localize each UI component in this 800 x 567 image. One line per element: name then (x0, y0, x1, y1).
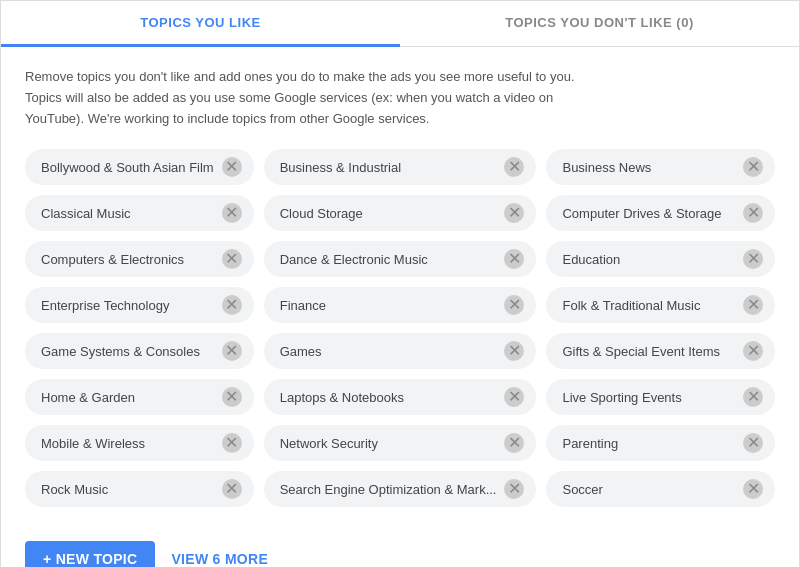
remove-topic-button[interactable]: ✕ (222, 203, 242, 223)
remove-topic-button[interactable]: ✕ (504, 479, 524, 499)
topic-label: Rock Music (41, 482, 214, 497)
topic-label: Business & Industrial (280, 160, 497, 175)
topic-chip: Business & Industrial✕ (264, 149, 537, 185)
remove-topic-button[interactable]: ✕ (222, 341, 242, 361)
topic-chip: Laptops & Notebooks✕ (264, 379, 537, 415)
new-topic-button[interactable]: + NEW TOPIC (25, 541, 155, 567)
topic-label: Classical Music (41, 206, 214, 221)
remove-topic-button[interactable]: ✕ (743, 249, 763, 269)
topic-label: Search Engine Optimization & Mark... (280, 482, 497, 497)
topic-label: Enterprise Technology (41, 298, 214, 313)
topic-label: Home & Garden (41, 390, 214, 405)
remove-topic-button[interactable]: ✕ (222, 157, 242, 177)
remove-topic-button[interactable]: ✕ (222, 479, 242, 499)
topic-label: Parenting (562, 436, 735, 451)
topic-chip: Gifts & Special Event Items✕ (546, 333, 775, 369)
topic-chip: Folk & Traditional Music✕ (546, 287, 775, 323)
tab-topics-like[interactable]: TOPICS YOU LIKE (1, 1, 400, 47)
topic-label: Soccer (562, 482, 735, 497)
tab-bar: TOPICS YOU LIKE TOPICS YOU DON'T LIKE (0… (1, 1, 799, 47)
topic-chip: Finance✕ (264, 287, 537, 323)
topic-label: Bollywood & South Asian Film (41, 160, 214, 175)
topic-chip: Network Security✕ (264, 425, 537, 461)
content-area: Remove topics you don't like and add one… (1, 47, 799, 567)
topic-chip: Soccer✕ (546, 471, 775, 507)
remove-topic-button[interactable]: ✕ (504, 433, 524, 453)
remove-topic-button[interactable]: ✕ (222, 249, 242, 269)
remove-topic-button[interactable]: ✕ (504, 249, 524, 269)
topic-label: Games (280, 344, 497, 359)
topic-chip: Business News✕ (546, 149, 775, 185)
topic-chip: Computers & Electronics✕ (25, 241, 254, 277)
topic-label: Live Sporting Events (562, 390, 735, 405)
topic-chip: Mobile & Wireless✕ (25, 425, 254, 461)
topic-chip: Bollywood & South Asian Film✕ (25, 149, 254, 185)
remove-topic-button[interactable]: ✕ (504, 341, 524, 361)
topic-chip: Home & Garden✕ (25, 379, 254, 415)
main-container: TOPICS YOU LIKE TOPICS YOU DON'T LIKE (0… (0, 0, 800, 567)
remove-topic-button[interactable]: ✕ (504, 157, 524, 177)
topic-label: Laptops & Notebooks (280, 390, 497, 405)
view-more-link[interactable]: VIEW 6 MORE (171, 551, 268, 567)
topic-label: Gifts & Special Event Items (562, 344, 735, 359)
footer: + NEW TOPIC VIEW 6 MORE (25, 531, 775, 567)
remove-topic-button[interactable]: ✕ (743, 157, 763, 177)
topics-grid: Bollywood & South Asian Film✕Business & … (25, 149, 775, 507)
remove-topic-button[interactable]: ✕ (222, 295, 242, 315)
topic-label: Dance & Electronic Music (280, 252, 497, 267)
topic-chip: Dance & Electronic Music✕ (264, 241, 537, 277)
topic-chip: Game Systems & Consoles✕ (25, 333, 254, 369)
topic-chip: Enterprise Technology✕ (25, 287, 254, 323)
topic-chip: Parenting✕ (546, 425, 775, 461)
remove-topic-button[interactable]: ✕ (222, 433, 242, 453)
remove-topic-button[interactable]: ✕ (743, 433, 763, 453)
topic-label: Network Security (280, 436, 497, 451)
topic-label: Mobile & Wireless (41, 436, 214, 451)
topic-chip: Search Engine Optimization & Mark...✕ (264, 471, 537, 507)
remove-topic-button[interactable]: ✕ (504, 295, 524, 315)
remove-topic-button[interactable]: ✕ (743, 341, 763, 361)
remove-topic-button[interactable]: ✕ (743, 479, 763, 499)
remove-topic-button[interactable]: ✕ (743, 295, 763, 315)
topic-chip: Education✕ (546, 241, 775, 277)
topic-chip: Computer Drives & Storage✕ (546, 195, 775, 231)
topic-label: Computer Drives & Storage (562, 206, 735, 221)
topic-chip: Classical Music✕ (25, 195, 254, 231)
remove-topic-button[interactable]: ✕ (504, 203, 524, 223)
tab-topics-dislike[interactable]: TOPICS YOU DON'T LIKE (0) (400, 1, 799, 46)
topic-label: Computers & Electronics (41, 252, 214, 267)
topic-chip: Games✕ (264, 333, 537, 369)
topic-chip: Live Sporting Events✕ (546, 379, 775, 415)
topic-label: Folk & Traditional Music (562, 298, 735, 313)
description-text: Remove topics you don't like and add one… (25, 67, 585, 129)
topic-chip: Rock Music✕ (25, 471, 254, 507)
topic-label: Finance (280, 298, 497, 313)
remove-topic-button[interactable]: ✕ (222, 387, 242, 407)
remove-topic-button[interactable]: ✕ (504, 387, 524, 407)
topic-label: Game Systems & Consoles (41, 344, 214, 359)
topic-label: Cloud Storage (280, 206, 497, 221)
topic-label: Business News (562, 160, 735, 175)
topic-chip: Cloud Storage✕ (264, 195, 537, 231)
topic-label: Education (562, 252, 735, 267)
remove-topic-button[interactable]: ✕ (743, 203, 763, 223)
remove-topic-button[interactable]: ✕ (743, 387, 763, 407)
